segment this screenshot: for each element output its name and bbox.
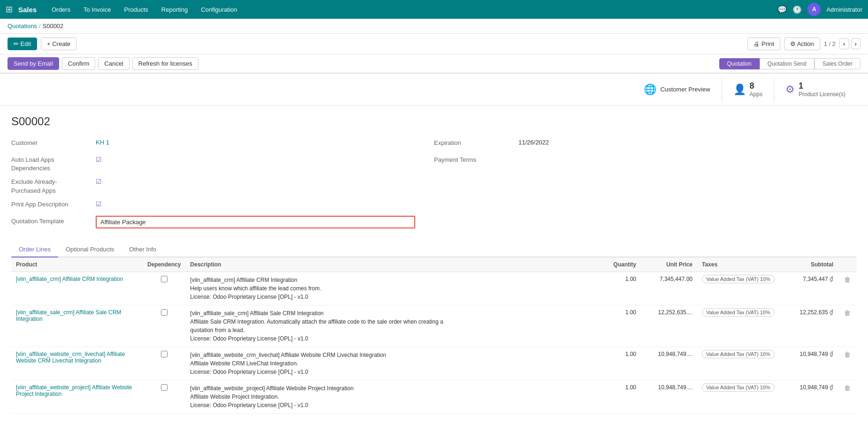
delete-icon[interactable]: 🗑	[844, 351, 851, 358]
apps-item[interactable]: 👤 8 Apps	[722, 77, 774, 101]
cell-quantity[interactable]: 1.00	[603, 347, 641, 380]
cell-dependency[interactable]	[143, 305, 185, 347]
tax-badge[interactable]: Value Added Tax (VAT) 10%	[702, 350, 775, 358]
tab-quotation[interactable]: Quotation	[719, 58, 760, 69]
clock-icon[interactable]: 🕐	[792, 5, 802, 14]
top-nav: ⊞ Sales Orders To Invoice Products Repor…	[0, 0, 868, 19]
cell-taxes[interactable]: Value Added Tax (VAT) 10%	[697, 272, 782, 305]
print-desc-checkbox[interactable]: ☑	[96, 199, 415, 208]
tax-badge[interactable]: Value Added Tax (VAT) 10%	[702, 275, 775, 283]
send-email-button[interactable]: Send by Email	[8, 57, 59, 70]
cell-unit-price[interactable]: 12,252,635....	[641, 305, 697, 347]
cell-taxes[interactable]: Value Added Tax (VAT) 10%	[697, 347, 782, 380]
cell-subtotal: 12,252,635 ₫	[782, 305, 838, 347]
license-item[interactable]: ⚙ 1 Product License(s)	[774, 77, 857, 101]
payment-terms-value[interactable]	[518, 154, 838, 156]
nav-item-reporting[interactable]: Reporting	[156, 3, 193, 16]
col-unit-price: Unit Price	[641, 257, 697, 272]
product-link[interactable]: [viin_affiliate_website_crm_livechat] Af…	[16, 351, 125, 364]
form-right: Expiration 11/26/2022 Payment Terms	[434, 137, 857, 233]
tax-badge[interactable]: Value Added Tax (VAT) 10%	[702, 383, 775, 392]
dependency-checkbox[interactable]	[161, 384, 168, 391]
cell-quantity[interactable]: 1.00	[603, 272, 641, 305]
breadcrumb: Quotations / S00002	[0, 19, 868, 34]
cell-actions[interactable]: 🗑	[838, 305, 857, 347]
print-desc-row: Print App Description ☑	[11, 199, 415, 212]
product-link[interactable]: [viin_affiliate_website_project] Affilia…	[16, 384, 132, 397]
cell-actions[interactable]: 🗑	[838, 272, 857, 305]
exclude-row: Exclude Already-Purchased Apps ☑	[11, 176, 415, 195]
cancel-button[interactable]: Cancel	[98, 57, 129, 70]
tabs-bar: Order Lines Optional Products Other Info	[11, 242, 857, 257]
nav-item-invoice[interactable]: To Invoice	[78, 3, 117, 16]
col-description: Description	[185, 257, 603, 272]
cell-dependency[interactable]	[143, 272, 185, 305]
page-navigation: 1 / 2 ‹ ›	[824, 38, 860, 49]
cell-description: [viin_affiliate_website_crm_livechat] Af…	[185, 347, 603, 380]
action-button[interactable]: ⚙ Action	[784, 38, 820, 50]
delete-icon[interactable]: 🗑	[844, 384, 851, 392]
cell-dependency[interactable]	[143, 347, 185, 380]
cell-quantity[interactable]: 1.00	[603, 380, 641, 413]
tab-sales-order[interactable]: Sales Order	[815, 58, 860, 69]
description-text: [viin_affiliate_website_crm_livechat] Af…	[190, 351, 599, 376]
print-button[interactable]: 🖨 Print	[747, 38, 780, 50]
cell-product[interactable]: [viin_affiliate_crm] Affiliate CRM Integ…	[11, 272, 143, 305]
cell-quantity[interactable]: 1.00	[603, 305, 641, 347]
next-page-button[interactable]: ›	[851, 38, 860, 49]
delete-icon[interactable]: 🗑	[844, 309, 851, 317]
cell-actions[interactable]: 🗑	[838, 347, 857, 380]
cell-dependency[interactable]	[143, 380, 185, 413]
chat-icon[interactable]: 💬	[777, 5, 787, 14]
refresh-licenses-button[interactable]: Refresh for licenses	[132, 57, 198, 70]
toolbar: ✏ Edit + Create 🖨 Print ⚙ Action 1 / 2 ‹…	[0, 34, 868, 54]
dependency-checkbox[interactable]	[161, 309, 168, 316]
auto-load-checkbox[interactable]: ☑	[96, 154, 415, 163]
tab-order-lines[interactable]: Order Lines	[11, 242, 58, 257]
cell-product[interactable]: [viin_affiliate_website_crm_livechat] Af…	[11, 347, 143, 380]
cell-unit-price[interactable]: 7,345,447.00	[641, 272, 697, 305]
cell-actions[interactable]: 🗑	[838, 380, 857, 413]
cell-taxes[interactable]: Value Added Tax (VAT) 10%	[697, 305, 782, 347]
cell-taxes[interactable]: Value Added Tax (VAT) 10%	[697, 380, 782, 413]
description-text: [viin_affiliate_crm] Affiliate CRM Integ…	[190, 276, 599, 301]
cell-unit-price[interactable]: 10,948,749....	[641, 380, 697, 413]
action-bar: Send by Email Confirm Cancel Refresh for…	[0, 54, 868, 74]
exclude-checkbox[interactable]: ☑	[96, 176, 415, 185]
nav-item-configuration[interactable]: Configuration	[195, 3, 243, 16]
col-quantity: Quantity	[603, 257, 641, 272]
tab-optional-products[interactable]: Optional Products	[58, 242, 122, 257]
prev-page-button[interactable]: ‹	[839, 38, 849, 49]
breadcrumb-current: S00002	[43, 23, 64, 30]
customer-value[interactable]: KH 1	[96, 137, 415, 146]
dependency-checkbox[interactable]	[161, 276, 168, 282]
tax-badge[interactable]: Value Added Tax (VAT) 10%	[702, 308, 775, 317]
customer-row: Customer KH 1	[11, 137, 415, 151]
expiration-value[interactable]: 11/26/2022	[518, 137, 838, 146]
product-link[interactable]: [viin_affiliate_sale_crm] Affiliate Sale…	[16, 309, 121, 322]
breadcrumb-parent[interactable]: Quotations	[8, 23, 37, 30]
table-row: [viin_affiliate_sale_crm] Affiliate Sale…	[11, 305, 857, 347]
cell-product[interactable]: [viin_affiliate_website_project] Affilia…	[11, 380, 143, 413]
customer-preview-item[interactable]: 🌐 Customer Preview	[632, 80, 721, 99]
col-subtotal: Subtotal	[782, 257, 838, 272]
nav-item-products[interactable]: Products	[118, 3, 153, 16]
product-link[interactable]: [viin_affiliate_crm] Affiliate CRM Integ…	[16, 276, 123, 282]
cell-unit-price[interactable]: 10,948,749....	[641, 347, 697, 380]
tab-quotation-send[interactable]: Quotation Send	[760, 58, 815, 69]
confirm-button[interactable]: Confirm	[62, 57, 96, 70]
template-value[interactable]: Affiliate Package	[96, 216, 415, 228]
breadcrumb-separator: /	[39, 23, 41, 30]
tab-other-info[interactable]: Other Info	[122, 242, 164, 257]
avatar[interactable]: A	[807, 3, 821, 16]
cell-subtotal: 10,948,749 ₫	[782, 380, 838, 413]
cell-description: [viin_affiliate_website_project] Affilia…	[185, 380, 603, 413]
nav-item-orders[interactable]: Orders	[46, 3, 76, 16]
cell-product[interactable]: [viin_affiliate_sale_crm] Affiliate Sale…	[11, 305, 143, 347]
create-button[interactable]: + Create	[41, 38, 76, 50]
app-name[interactable]: Sales	[18, 6, 37, 14]
edit-button[interactable]: ✏ Edit	[8, 38, 37, 50]
dependency-checkbox[interactable]	[161, 351, 168, 357]
delete-icon[interactable]: 🗑	[844, 276, 851, 283]
app-grid-icon[interactable]: ⊞	[6, 4, 13, 15]
